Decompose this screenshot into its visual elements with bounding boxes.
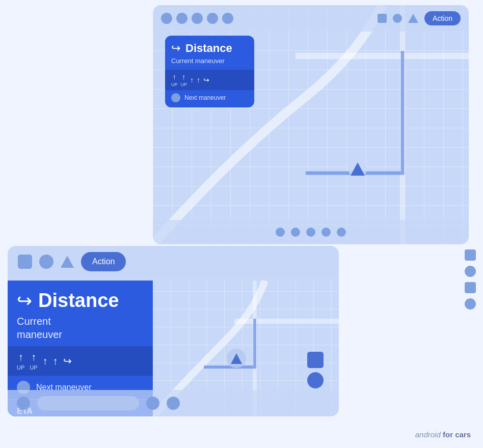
lane-item-3: ↑ <box>190 76 194 84</box>
maneuver-large: Current maneuver <box>8 315 153 346</box>
lane-lg-arrow-2: ↑ <box>31 351 36 363</box>
lane-arrow-4: ↑ <box>197 76 200 84</box>
side-sq-icon-2 <box>465 282 476 293</box>
bottombar-large <box>153 220 469 244</box>
action-button-small[interactable]: Action <box>81 252 126 271</box>
location-marker-large <box>348 160 367 178</box>
distance-text-large: Distance <box>38 290 119 312</box>
small-card: Action ↪ Distance Current maneuver ↑ UP … <box>8 246 339 416</box>
distance-text-small: Distance <box>185 42 232 55</box>
triangle-icon-large <box>408 14 418 23</box>
dot-icon-2 <box>176 13 187 24</box>
lane-item-2: ↑ UP <box>181 73 187 87</box>
side-dot-icon-2 <box>465 298 476 310</box>
topbar-right-large: Action <box>378 11 461 25</box>
lane-lg-arrow-1: ↑ <box>18 351 23 363</box>
lane-label-1: UP <box>171 82 178 87</box>
bottom-dot-3-large <box>306 228 315 237</box>
map-background-small: Action ↪ Distance Current maneuver ↑ UP … <box>8 246 339 416</box>
location-marker-small <box>227 349 246 368</box>
bottom-pill <box>37 396 139 410</box>
dot-icon-4 <box>207 13 218 24</box>
next-dot-small <box>171 93 180 102</box>
bottom-dot-sm-1 <box>17 397 30 410</box>
lanes-row-small: ↑ UP ↑ UP ↑ ↑ ↪ <box>165 70 254 90</box>
bottom-dot-2-large <box>291 228 300 237</box>
dot-icon-3 <box>192 13 203 24</box>
side-dot-icon-1 <box>465 266 476 277</box>
lane-lg-3: ↑ <box>43 355 48 367</box>
bottombar-small <box>8 390 339 416</box>
lane-arrow-1: ↑ <box>173 73 176 81</box>
marker-triangle-large <box>351 162 365 176</box>
lane-item-1: ↑ UP <box>171 73 178 87</box>
turn-icon-small: ↪ <box>171 42 180 55</box>
lane-lg-arrow-3: ↑ <box>43 355 48 367</box>
lane-lg-5: ↪ <box>63 355 72 367</box>
topbar-large: Action <box>153 5 469 32</box>
lane-lg-4: ↑ <box>53 355 58 367</box>
lane-arrow-5: ↪ <box>203 76 209 84</box>
marker-circle-large <box>348 160 367 178</box>
lane-lg-label-2: UP <box>30 365 37 371</box>
watermark-bold: for cars <box>443 430 471 439</box>
maneuver-small: Current maneuver <box>165 57 254 70</box>
marker-triangle-small <box>231 353 242 364</box>
circle-icon-large <box>393 14 402 23</box>
topbar-dots-large <box>161 13 233 24</box>
lanes-row-large: ↑ UP ↑ UP ↑ ↑ ↪ <box>8 346 153 376</box>
triangle-icon-small <box>61 256 74 268</box>
lane-lg-arrow-5: ↪ <box>63 355 72 367</box>
bottom-dot-1-large <box>276 228 285 237</box>
square-icon-small <box>18 255 32 269</box>
action-button-large[interactable]: Action <box>424 11 461 25</box>
side-icons <box>465 249 476 310</box>
lane-item-5: ↪ <box>203 76 209 84</box>
lane-item-4: ↑ <box>197 76 200 84</box>
square-icon-large <box>378 14 387 23</box>
bottom-dot-sm-2 <box>146 397 159 410</box>
distance-row-large: ↪ Distance <box>8 281 153 315</box>
bottom-dot-5-large <box>337 228 346 237</box>
dot-icon-5 <box>222 13 233 24</box>
next-maneuver-row-small: Next maneuver <box>165 90 254 107</box>
lane-arrow-2: ↑ <box>182 73 185 81</box>
watermark-text: android <box>415 430 443 439</box>
bottom-dot-sm-3 <box>167 397 180 410</box>
watermark: android for cars <box>415 430 471 439</box>
map-circle-icon-1 <box>307 372 324 388</box>
side-sq-icon-1 <box>465 249 476 261</box>
lane-lg-arrow-4: ↑ <box>53 355 58 367</box>
topbar-small: Action <box>8 246 339 277</box>
circle-icon-small <box>39 255 53 269</box>
lane-lg-1: ↑ UP <box>17 351 24 371</box>
turn-icon-large: ↪ <box>17 290 32 312</box>
nav-card-small: ↪ Distance Current maneuver ↑ UP ↑ UP ↑ … <box>165 36 254 107</box>
distance-row-small: ↪ Distance <box>165 36 254 57</box>
dot-icon-1 <box>161 13 172 24</box>
lane-arrow-3: ↑ <box>190 76 194 84</box>
bottom-dot-4-large <box>321 228 331 237</box>
marker-circle-small <box>227 349 246 368</box>
next-maneuver-text-small: Next maneuver <box>184 94 226 101</box>
lane-lg-2: ↑ UP <box>30 351 37 371</box>
map-sq-icon-1 <box>307 352 324 368</box>
lane-lg-label-1: UP <box>17 365 24 371</box>
lane-label-2: UP <box>181 82 187 87</box>
map-background-large: Action ↪ Distance Current maneuver ↑ UP … <box>153 5 469 244</box>
large-card: Action ↪ Distance Current maneuver ↑ UP … <box>153 5 469 244</box>
